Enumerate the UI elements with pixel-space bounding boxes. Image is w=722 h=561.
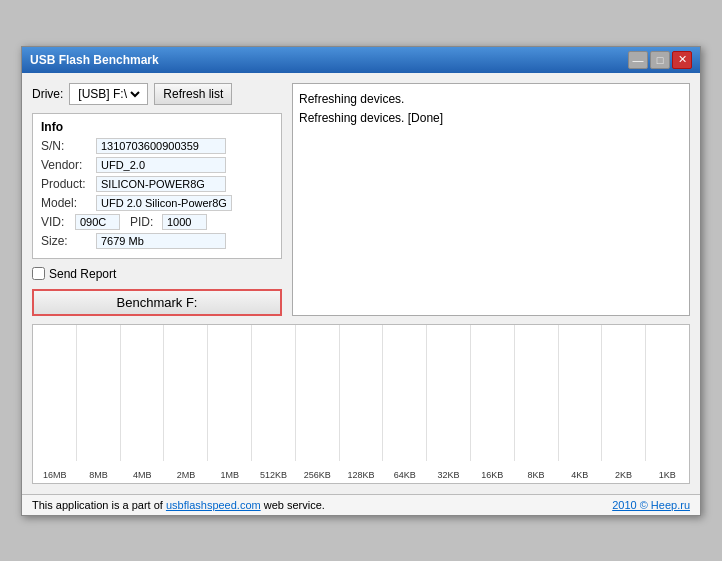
chart-label-7: 256KB — [295, 470, 339, 483]
top-section: Drive: [USB] F:\ Refresh list Info S/N: … — [32, 83, 690, 316]
chart-label-5: 1MB — [208, 470, 252, 483]
chart-col-14 — [602, 325, 646, 461]
send-report-label: Send Report — [49, 267, 116, 281]
footer: This application is a part of usbflashsp… — [22, 494, 700, 515]
vendor-row: Vendor: UFD_2.0 — [41, 157, 273, 173]
drive-select-input[interactable]: [USB] F:\ — [74, 86, 143, 102]
chart-label-15: 1KB — [645, 470, 689, 483]
chart-col-12 — [515, 325, 559, 461]
footer-right-link[interactable]: 2010 © Heep.ru — [612, 499, 690, 511]
chart-col-15 — [646, 325, 689, 461]
chart-label-4: 2MB — [164, 470, 208, 483]
log-panel: Refreshing devices. Refreshing devices. … — [292, 83, 690, 316]
chart-label-11: 16KB — [470, 470, 514, 483]
chart-label-1: 16MB — [33, 470, 77, 483]
drive-dropdown[interactable]: [USB] F:\ — [69, 83, 148, 105]
vendor-value: UFD_2.0 — [96, 157, 226, 173]
send-report-row: Send Report — [32, 267, 282, 281]
chart-col-13 — [559, 325, 603, 461]
pid-label: PID: — [130, 215, 158, 229]
window-title: USB Flash Benchmark — [30, 53, 159, 67]
title-bar: USB Flash Benchmark — □ ✕ — [22, 47, 700, 73]
main-window: USB Flash Benchmark — □ ✕ Drive: — [21, 46, 701, 516]
drive-row: Drive: [USB] F:\ Refresh list — [32, 83, 282, 105]
chart-labels: 16MB8MB4MB2MB1MB512KB256KB128KB64KB32KB1… — [33, 461, 689, 483]
sn-label: S/N: — [41, 139, 96, 153]
minimize-button[interactable]: — — [628, 51, 648, 69]
chart-col-6 — [252, 325, 296, 461]
chart-col-9 — [383, 325, 427, 461]
size-label: Size: — [41, 234, 96, 248]
size-value: 7679 Mb — [96, 233, 226, 249]
drive-label: Drive: — [32, 87, 63, 101]
vendor-label: Vendor: — [41, 158, 96, 172]
chart-label-6: 512KB — [252, 470, 296, 483]
close-button[interactable]: ✕ — [672, 51, 692, 69]
chart-col-8 — [340, 325, 384, 461]
chart-col-4 — [164, 325, 208, 461]
vid-pid-row: VID: 090C PID: 1000 — [41, 214, 273, 230]
maximize-button[interactable]: □ — [650, 51, 670, 69]
chart-label-9: 64KB — [383, 470, 427, 483]
sn-row: S/N: 1310703600900359 — [41, 138, 273, 154]
window-controls: — □ ✕ — [628, 51, 692, 69]
chart-col-7 — [296, 325, 340, 461]
vid-label: VID: — [41, 215, 71, 229]
footer-link[interactable]: usbflashspeed.com — [166, 499, 261, 511]
left-panel: Drive: [USB] F:\ Refresh list Info S/N: … — [32, 83, 282, 316]
chart-label-3: 4MB — [120, 470, 164, 483]
sn-value: 1310703600900359 — [96, 138, 226, 154]
model-row: Model: UFD 2.0 Silicon-Power8G — [41, 195, 273, 211]
refresh-button[interactable]: Refresh list — [154, 83, 232, 105]
pid-value: 1000 — [162, 214, 207, 230]
window-content: Drive: [USB] F:\ Refresh list Info S/N: … — [22, 73, 700, 494]
benchmark-button[interactable]: Benchmark F: — [32, 289, 282, 316]
info-title: Info — [41, 120, 273, 134]
log-line-2: Refreshing devices. [Done] — [299, 109, 683, 128]
model-label: Model: — [41, 196, 96, 210]
chart-label-14: 2KB — [602, 470, 646, 483]
model-value: UFD 2.0 Silicon-Power8G — [96, 195, 232, 211]
vid-value: 090C — [75, 214, 120, 230]
chart-label-2: 8MB — [77, 470, 121, 483]
product-row: Product: SILICON-POWER8G — [41, 176, 273, 192]
size-row: Size: 7679 Mb — [41, 233, 273, 249]
chart-col-3 — [121, 325, 165, 461]
footer-text: This application is a part of usbflashsp… — [32, 499, 325, 511]
info-box: Info S/N: 1310703600900359 Vendor: UFD_2… — [32, 113, 282, 259]
product-value: SILICON-POWER8G — [96, 176, 226, 192]
chart-col-5 — [208, 325, 252, 461]
chart-col-11 — [471, 325, 515, 461]
footer-suffix: web service. — [261, 499, 325, 511]
chart-col-1 — [33, 325, 77, 461]
chart-label-10: 32KB — [427, 470, 471, 483]
chart-label-8: 128KB — [339, 470, 383, 483]
chart-col-2 — [77, 325, 121, 461]
chart-col-10 — [427, 325, 471, 461]
chart-label-13: 4KB — [558, 470, 602, 483]
chart-area: 16MB8MB4MB2MB1MB512KB256KB128KB64KB32KB1… — [32, 324, 690, 484]
product-label: Product: — [41, 177, 96, 191]
chart-label-12: 8KB — [514, 470, 558, 483]
send-report-checkbox[interactable] — [32, 267, 45, 280]
log-line-1: Refreshing devices. — [299, 90, 683, 109]
chart-grid — [33, 325, 689, 461]
